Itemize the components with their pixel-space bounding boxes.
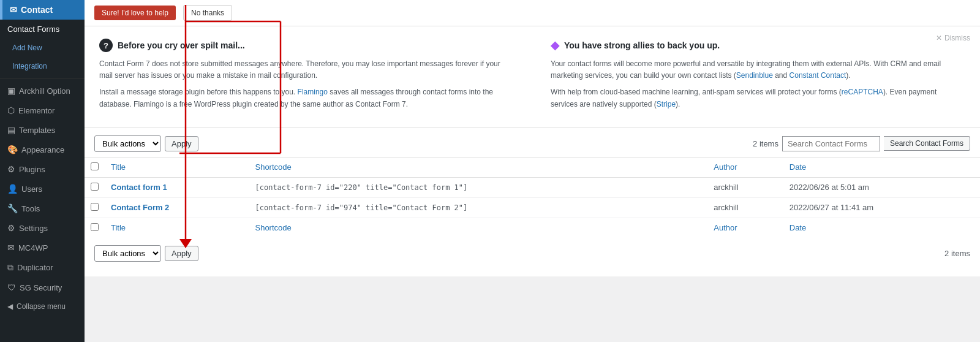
info-col-2-p2: With help from cloud-based machine learn… — [551, 86, 965, 110]
bottom-bulk-controls: Bulk actions Apply — [94, 245, 198, 262]
top-bulk-controls: Bulk actions Apply — [94, 135, 198, 152]
sidebar-item-users[interactable]: 👤 Users — [0, 179, 85, 199]
top-items-count: 2 items — [753, 139, 778, 148]
th-shortcode: Shortcode — [249, 157, 707, 177]
sure-help-button[interactable]: Sure! I'd love to help — [94, 6, 176, 20]
constant-contact-link[interactable]: Constant Contact — [790, 71, 846, 80]
th-author[interactable]: Author — [707, 157, 783, 177]
sidebar-item-duplicator[interactable]: ⧉ Duplicator — [0, 257, 85, 278]
bottom-table-controls: Bulk actions Apply 2 items — [85, 238, 980, 267]
bottom-apply-button[interactable]: Apply — [165, 246, 198, 261]
row-1-date-cell: 2022/06/26 at 5:01 am — [783, 177, 980, 197]
info-col-2-p1: Your contact forms will become more powe… — [551, 58, 965, 82]
appearance-icon: 🎨 — [7, 145, 18, 154]
sidebar: ✉ Contact Contact Forms Add New Integrat… — [0, 0, 85, 342]
row-1-author-cell: arckhill — [707, 177, 783, 197]
sidebar-item-collapse[interactable]: ◀ Collapse menu — [0, 297, 85, 316]
row-1-shortcode-cell: [contact-form-7 id="220" title="Contact … — [249, 177, 707, 197]
tf-title[interactable]: Title — [105, 218, 249, 238]
top-bulk-actions-select[interactable]: Bulk actions — [94, 135, 161, 152]
table-footer-row: Title Shortcode Author Date — [85, 218, 980, 238]
settings-icon: ⚙ — [7, 223, 15, 233]
tf-author[interactable]: Author — [707, 218, 783, 238]
table-section: Bulk actions Apply 2 items Search Contac… — [85, 128, 980, 276]
sidebar-item-plugins[interactable]: ⚙ Plugins — [0, 159, 85, 179]
sidebar-item-mc4wp[interactable]: ✉ MC4WP — [0, 238, 85, 257]
row-2-checkbox-cell — [85, 197, 105, 218]
row-1-title-cell: Contact form 1 — [105, 177, 249, 197]
collapse-icon: ◀ — [7, 302, 13, 311]
main-content: Sure! I'd love to help No thanks ? Befor… — [85, 0, 980, 342]
sidebar-item-arckhill-option[interactable]: ▣ Arckhill Option — [0, 81, 85, 101]
bottom-bulk-actions-select[interactable]: Bulk actions — [94, 245, 161, 262]
top-apply-button[interactable]: Apply — [165, 136, 198, 151]
row-2-author-cell: arckhill — [707, 197, 783, 218]
tools-icon: 🔧 — [7, 203, 18, 213]
diamond-icon: ◆ — [551, 39, 559, 52]
sidebar-item-templates[interactable]: ▤ Templates — [0, 120, 85, 140]
no-thanks-button[interactable]: No thanks — [183, 5, 232, 21]
row-2-checkbox[interactable] — [91, 203, 99, 211]
sidebar-divider-1 — [0, 78, 85, 78]
sidebar-item-elementor[interactable]: ⬡ Elementor — [0, 101, 85, 120]
bottom-items-count-wrap: 2 items — [944, 249, 970, 258]
sidebar-item-settings[interactable]: ⚙ Settings — [0, 218, 85, 238]
contact-icon: ✉ — [10, 5, 17, 15]
row-1-title-link[interactable]: Contact form 1 — [111, 183, 167, 192]
info-col-1: ? Before you cry over spilt mail... Cont… — [99, 39, 514, 115]
forms-table: Title Shortcode Author Date Contact form… — [85, 157, 980, 238]
recaptcha-link[interactable]: reCAPTCHA — [842, 88, 883, 96]
sidebar-item-contact-forms[interactable]: Contact Forms — [0, 20, 85, 39]
bottom-items-count: 2 items — [944, 249, 970, 258]
flamingo-link[interactable]: Flamingo — [298, 88, 328, 96]
mc4wp-icon: ✉ — [7, 243, 15, 253]
row-2-title-link[interactable]: Contact Form 2 — [111, 203, 169, 212]
row-1-shortcode: [contact-form-7 id="220" title="Contact … — [255, 183, 467, 192]
table-row: Contact Form 2 [contact-form-7 id="974" … — [85, 197, 980, 218]
sidebar-item-add-new[interactable]: Add New — [0, 39, 85, 57]
templates-icon: ▤ — [7, 125, 15, 135]
top-table-controls: Bulk actions Apply 2 items Search Contac… — [85, 128, 980, 157]
row-2-shortcode-cell: [contact-form-7 id="974" title="Contact … — [249, 197, 707, 218]
th-checkbox — [85, 157, 105, 177]
sg-security-icon: 🛡 — [7, 283, 16, 292]
sidebar-item-integration[interactable]: Integration — [0, 57, 85, 75]
tf-date[interactable]: Date — [783, 218, 980, 238]
row-1-checkbox[interactable] — [91, 183, 99, 191]
sidebar-item-tools[interactable]: 🔧 Tools — [0, 199, 85, 218]
x-icon: ✕ — [936, 34, 942, 42]
info-col-2: ◆ You have strong allies to back you up.… — [551, 39, 965, 115]
table-header: Title Shortcode Author Date — [85, 157, 980, 177]
info-col-2-heading: ◆ You have strong allies to back you up. — [551, 39, 965, 52]
search-input[interactable] — [782, 136, 880, 151]
th-title[interactable]: Title — [105, 157, 249, 177]
dismiss-button[interactable]: ✕ Dismiss — [936, 34, 970, 42]
arckhill-icon: ▣ — [7, 86, 15, 96]
sidebar-plugin-label: Contact — [21, 5, 53, 15]
users-icon: 👤 — [7, 184, 18, 194]
sidebar-plugin-header[interactable]: ✉ Contact — [0, 0, 85, 20]
info-col-1-heading: ? Before you cry over spilt mail... — [99, 39, 514, 52]
plugins-icon: ⚙ — [7, 164, 15, 174]
sidebar-item-sg-security[interactable]: 🛡 SG Security — [0, 278, 85, 297]
select-all-bottom-checkbox[interactable] — [91, 223, 99, 231]
notice-bar: Sure! I'd love to help No thanks — [85, 0, 980, 26]
question-icon: ? — [99, 39, 113, 52]
duplicator-icon: ⧉ — [7, 262, 13, 273]
table-body: Contact form 1 [contact-form-7 id="220" … — [85, 177, 980, 218]
search-button[interactable]: Search Contact Forms — [884, 136, 970, 151]
table-footer: Title Shortcode Author Date — [85, 218, 980, 238]
table-header-row: Title Shortcode Author Date — [85, 157, 980, 177]
info-col-1-p2: Install a message storage plugin before … — [99, 86, 514, 110]
row-2-title-cell: Contact Form 2 — [105, 197, 249, 218]
sidebar-item-appearance[interactable]: 🎨 Appearance — [0, 140, 85, 159]
info-col-1-p1: Contact Form 7 does not store submitted … — [99, 58, 514, 82]
th-date[interactable]: Date — [783, 157, 980, 177]
stripe-link[interactable]: Stripe — [657, 100, 676, 108]
row-2-shortcode: [contact-form-7 id="974" title="Contact … — [255, 203, 467, 212]
info-box: ? Before you cry over spilt mail... Cont… — [85, 26, 980, 128]
row-1-checkbox-cell — [85, 177, 105, 197]
select-all-checkbox[interactable] — [91, 162, 99, 170]
sendinblue-link[interactable]: Sendinblue — [736, 71, 773, 80]
table-row: Contact form 1 [contact-form-7 id="220" … — [85, 177, 980, 197]
